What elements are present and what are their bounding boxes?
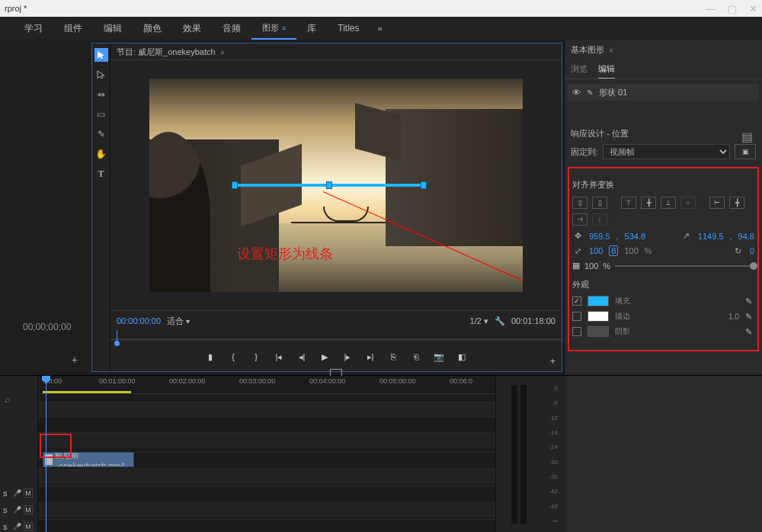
mute-a2[interactable]: M <box>24 505 33 514</box>
snap-icon[interactable]: ⌕ <box>5 394 10 405</box>
export-frame-button[interactable]: 📷 <box>433 351 445 363</box>
tab-audio[interactable]: 音频 <box>212 18 251 40</box>
tab-effects[interactable]: 效果 <box>172 18 212 40</box>
add-panel-button[interactable]: + <box>72 354 78 366</box>
tab-library[interactable]: 库 <box>296 18 327 40</box>
shadow-color-swatch[interactable] <box>588 326 609 337</box>
shape-handle-mid[interactable] <box>326 181 332 189</box>
scale-value[interactable]: 100 <box>589 246 603 255</box>
step-back-button[interactable]: ◂| <box>296 351 308 363</box>
mic-icon[interactable]: 🎤 <box>13 489 21 497</box>
scale-lock-icon[interactable]: 8 <box>609 245 618 256</box>
align-vcenter[interactable]: ╋ <box>641 197 656 209</box>
go-to-in-button[interactable]: |◂ <box>273 351 285 363</box>
stroke-checkbox[interactable] <box>572 312 581 321</box>
rectangle-tool[interactable]: ▭ <box>94 107 108 121</box>
scrubber[interactable] <box>110 331 562 346</box>
window-minimize[interactable]: — <box>706 3 716 14</box>
current-timecode[interactable]: 00:00:00:00 <box>117 316 161 325</box>
audio-meters: 0 -6 -12 -18 -24 -30 -36 -42 -48 -∞ <box>495 376 565 532</box>
mark-in-icon[interactable]: ▮ <box>204 351 216 363</box>
shadow-checkbox[interactable] <box>572 327 581 336</box>
align-h-left[interactable]: ▯ <box>572 197 588 209</box>
shape-handle-right[interactable] <box>421 181 427 189</box>
anchor-y[interactable]: 94.8 <box>738 232 754 241</box>
align-vdistribute[interactable]: ≡ <box>680 197 696 209</box>
pen-tool[interactable]: ✎ <box>94 127 108 141</box>
mark-in-button[interactable]: { <box>227 351 239 363</box>
work-area-bar[interactable] <box>43 391 131 393</box>
mic-icon[interactable]: 🎤 <box>13 523 21 530</box>
track-label-a3[interactable]: s <box>3 522 11 531</box>
align-h-center[interactable]: ▯ <box>592 197 607 209</box>
tabs-overflow[interactable]: » <box>370 19 390 37</box>
tab-edit-graphics[interactable]: 编辑 <box>598 60 615 79</box>
align-hcenter[interactable]: ╋ <box>729 197 744 209</box>
button-editor[interactable]: + <box>549 355 555 367</box>
program-viewport[interactable]: 设置矩形为线条 <box>149 79 523 292</box>
tab-titles[interactable]: Titles <box>327 18 370 38</box>
timeline-tracks[interactable]: :00:00 00:01:00:00 00:02:00:00 00:03:00:… <box>38 376 495 532</box>
lift-button[interactable]: ⎘ <box>387 351 399 363</box>
visibility-eye-icon[interactable]: 👁 <box>572 88 581 97</box>
align-right[interactable]: ⊣ <box>572 213 588 226</box>
tab-graphics[interactable]: 图形≡ <box>251 18 296 40</box>
resolution-dropdown[interactable]: 1/2 ▾ <box>470 316 488 326</box>
shadow-eyedropper-icon[interactable]: ✎ <box>745 327 754 336</box>
tab-assembly[interactable]: 组件 <box>53 18 93 40</box>
position-x[interactable]: 959.5 <box>589 232 610 241</box>
timeline-playhead[interactable] <box>46 376 46 532</box>
selection-tool[interactable] <box>94 48 108 62</box>
tab-learn[interactable]: 学习 <box>14 18 53 40</box>
anchor-x[interactable]: 1149.5 <box>698 232 724 241</box>
mute-a1[interactable]: M <box>24 489 33 498</box>
mic-icon[interactable]: 🎤 <box>13 506 21 514</box>
tab-browse[interactable]: 浏览 <box>571 60 588 79</box>
track-label-a1[interactable]: s <box>3 489 11 498</box>
window-close[interactable]: ✕ <box>749 3 757 14</box>
fill-eyedropper-icon[interactable]: ✎ <box>745 296 754 306</box>
fill-color-swatch[interactable] <box>588 296 609 306</box>
program-monitor-title: 节目: 威尼斯_onekeybatch ≡ <box>110 43 562 60</box>
vertical-center-tool[interactable]: ⇔ <box>94 88 108 101</box>
step-forward-button[interactable]: |▸ <box>341 351 354 363</box>
direct-select-tool[interactable] <box>94 68 108 82</box>
align-hdistribute[interactable]: ⦀ <box>592 213 607 226</box>
align-bottom[interactable]: ⊥ <box>661 197 676 209</box>
tab-color[interactable]: 颜色 <box>133 18 172 40</box>
layer-row[interactable]: 👁 ✎ 形状 01 <box>568 84 759 101</box>
scrub-playhead[interactable] <box>117 331 117 343</box>
zoom-fit-dropdown[interactable]: 适合 ▾ <box>167 316 213 327</box>
mark-out-button[interactable]: } <box>250 351 262 363</box>
annotation-text: 设置矩形为线条 <box>237 245 333 263</box>
extract-button[interactable]: ⎗ <box>410 351 422 363</box>
stroke-eyedropper-icon[interactable]: ✎ <box>745 312 754 321</box>
align-left[interactable]: ⊢ <box>709 197 725 209</box>
comparison-button[interactable]: ◧ <box>456 351 468 363</box>
add-layer-button[interactable]: ▤ <box>741 130 753 144</box>
play-button[interactable]: ▶ <box>319 351 331 363</box>
shape-line[interactable] <box>235 184 424 187</box>
mute-a3[interactable]: M <box>24 522 33 531</box>
fill-checkbox[interactable]: ✓ <box>572 296 581 306</box>
shape-handle-left[interactable] <box>232 181 238 189</box>
pin-diagram-icon[interactable]: ▣ <box>735 144 756 159</box>
go-to-out-button[interactable]: ▸| <box>364 351 376 363</box>
stroke-color-swatch[interactable] <box>588 311 609 322</box>
hamburger-icon[interactable]: ≡ <box>219 49 225 56</box>
align-top[interactable]: ⊤ <box>621 197 636 209</box>
opacity-slider[interactable] <box>615 265 754 267</box>
time-ruler[interactable]: :00:00 00:01:00:00 00:02:00:00 00:03:00:… <box>38 376 495 394</box>
position-y[interactable]: 534.8 <box>625 232 646 241</box>
rotate-value[interactable]: 0 <box>750 246 754 255</box>
settings-wrench-icon[interactable]: 🔧 <box>495 316 505 326</box>
tab-edit[interactable]: 编辑 <box>93 18 133 40</box>
stroke-width[interactable]: 1.0 <box>728 312 739 321</box>
opacity-value[interactable]: 100 <box>584 261 598 271</box>
type-tool[interactable]: T <box>94 167 108 181</box>
hamburger-icon[interactable]: ≡ <box>607 46 613 54</box>
hand-tool[interactable]: ✋ <box>94 147 108 161</box>
window-maximize[interactable]: ▢ <box>728 3 737 14</box>
track-label-a2[interactable]: s <box>3 505 11 514</box>
pin-to-dropdown[interactable]: 视频帧 <box>603 144 730 159</box>
